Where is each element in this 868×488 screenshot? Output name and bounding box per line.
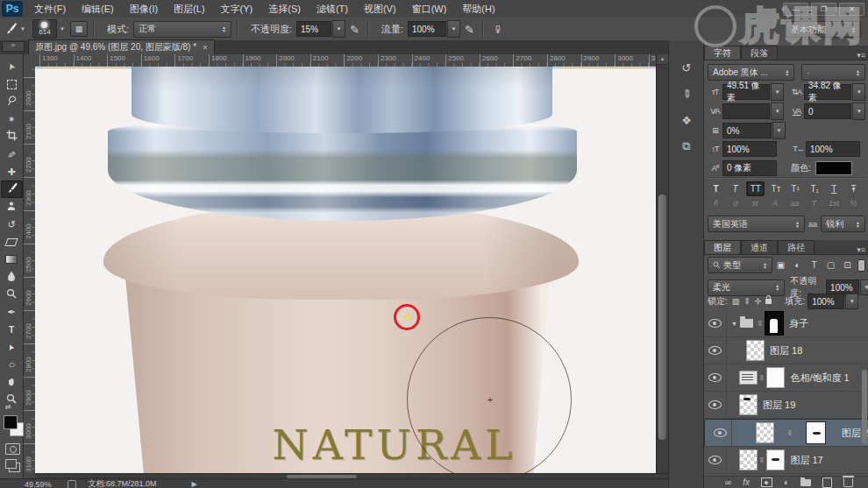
tool-move[interactable]: ➤ — [1, 58, 23, 75]
status-flyout-icon[interactable]: ▶ — [192, 480, 197, 488]
tool-dodge[interactable] — [1, 286, 23, 303]
visibility-toggle[interactable] — [709, 420, 732, 446]
tool-type[interactable]: T — [1, 321, 23, 338]
small-caps-button[interactable]: Tᴛ — [767, 182, 784, 195]
clone-source-panel-icon[interactable]: ⧉ — [676, 137, 697, 156]
panel-menu-icon[interactable]: ▾≡ — [857, 51, 865, 60]
ligatures-button[interactable]: fi — [708, 199, 724, 208]
zoom-level[interactable]: 49.59% — [25, 480, 52, 488]
layers-panel-menu-icon[interactable]: ▾≡ — [857, 245, 865, 254]
layer-thumbnail[interactable] — [739, 394, 758, 415]
lock-paint-icon[interactable]: ✎ — [742, 296, 752, 307]
brush-panel-icon[interactable]: ✎ — [676, 84, 697, 103]
pressure-size-icon[interactable]: ✑ — [491, 25, 504, 34]
ordinals-button[interactable]: 1st — [826, 199, 843, 208]
brush-preset-caret[interactable]: ▼ — [60, 26, 65, 32]
contextual-alternates-button[interactable]: σ — [727, 199, 743, 208]
layer-name[interactable]: 身子 — [789, 317, 808, 330]
visibility-toggle[interactable] — [704, 337, 727, 364]
tab-layers[interactable]: 图层 — [704, 240, 741, 254]
titling-alternates-button[interactable]: T — [806, 199, 822, 208]
tool-blur[interactable] — [1, 268, 23, 286]
blend-mode-select[interactable]: 正常▲▼ — [133, 21, 231, 38]
menu-select[interactable]: 选择(S) — [260, 0, 309, 18]
visibility-toggle[interactable] — [704, 447, 727, 473]
strikethrough-button[interactable]: Ŧ — [845, 182, 862, 195]
font-family-select[interactable]: Adobe 黑体 ...▲▼ — [708, 64, 794, 81]
layer-row[interactable]: ∞ 图层 17 — [704, 447, 868, 474]
swash-button[interactable]: A — [766, 199, 783, 208]
history-panel-icon[interactable]: ↺ — [676, 58, 697, 77]
lock-all-icon[interactable] — [765, 299, 772, 304]
filter-type-icon[interactable]: T — [806, 259, 822, 271]
screen-mode-icon[interactable] — [5, 459, 17, 469]
menu-edit[interactable]: 编辑(E) — [74, 0, 122, 18]
all-caps-button[interactable]: TT — [746, 181, 765, 196]
delete-layer-icon[interactable] — [843, 478, 853, 487]
close-button[interactable]: ✕ — [839, 3, 864, 16]
filter-shape-icon[interactable]: ▢ — [822, 259, 839, 271]
tool-gradient[interactable] — [1, 251, 23, 268]
layer-name[interactable]: 色相/饱和度 1 — [790, 371, 849, 385]
tool-magic-wand[interactable]: ✶ — [1, 110, 23, 128]
layer-style-icon[interactable]: fx — [743, 478, 750, 487]
menu-filter[interactable]: 滤镜(T) — [309, 0, 356, 18]
add-mask-icon[interactable] — [761, 477, 772, 487]
tracking-value[interactable]: 0 — [804, 103, 851, 119]
layers-scrollbar-thumb[interactable] — [862, 370, 867, 444]
tool-zoom[interactable] — [1, 391, 23, 408]
collapse-tools-icon[interactable]: » — [2, 41, 25, 52]
menu-window[interactable]: 窗口(W) — [404, 0, 455, 18]
tool-ellipse[interactable]: ○ — [1, 356, 23, 373]
leading-caret[interactable]: ▼ — [852, 83, 865, 101]
visibility-toggle[interactable] — [704, 392, 727, 418]
faux-italic-button[interactable]: T — [727, 182, 743, 195]
subscript-button[interactable]: T₁ — [807, 182, 823, 195]
link-layers-icon[interactable]: ∞ — [725, 478, 731, 487]
fractions-button[interactable]: ½ — [845, 199, 862, 208]
flow-value[interactable]: 100% — [408, 21, 446, 37]
tool-clone-stamp[interactable] — [1, 198, 23, 216]
underline-button[interactable]: T — [826, 182, 843, 195]
stylistic-alternates-button[interactable]: aa — [786, 199, 803, 208]
layer-row-selected[interactable]: ∞ 图层 20 — [704, 419, 868, 447]
new-group-icon[interactable] — [800, 479, 811, 486]
fill-value[interactable]: 100% — [808, 294, 844, 309]
menu-image[interactable]: 图像(I) — [122, 0, 166, 18]
layer-mask-thumbnail[interactable] — [766, 367, 785, 388]
layer-thumbnail[interactable] — [739, 449, 758, 470]
fill-caret[interactable]: ▼ — [845, 294, 858, 309]
tab-close-icon[interactable]: × — [203, 43, 208, 53]
tool-path-selection[interactable]: ➤ — [1, 338, 23, 356]
opacity-caret[interactable]: ▼ — [332, 20, 345, 38]
filter-adjustment-icon[interactable]: ◐ — [789, 259, 806, 271]
maximize-button[interactable]: ❐ — [811, 3, 836, 16]
tab-channels[interactable]: 通道 — [741, 240, 778, 254]
adjustment-icon[interactable] — [739, 371, 758, 385]
menu-type[interactable]: 文字(Y) — [213, 0, 261, 18]
canvas[interactable]: NATURAL ✦ + — [35, 67, 656, 473]
scroll-up-icon[interactable]: ▲ — [657, 54, 668, 65]
kerning-caret[interactable]: ▼ — [771, 103, 784, 120]
brush-presets-panel-icon[interactable]: ❖ — [676, 110, 697, 130]
layer-name[interactable]: 图层 17 — [790, 454, 822, 467]
language-select[interactable]: 美国英语▲▼ — [708, 216, 805, 232]
layer-mask-thumbnail[interactable] — [766, 449, 785, 470]
vertical-scale-value[interactable]: 100% — [722, 141, 777, 157]
layer-name[interactable]: 图层 19 — [763, 399, 795, 412]
discretionary-ligatures-button[interactable]: st — [747, 199, 764, 208]
lock-transparent-icon[interactable]: ▨ — [732, 297, 740, 306]
layer-row[interactable]: ∞ 色相/饱和度 1 — [704, 364, 868, 392]
swap-colors-icon[interactable]: ⇄ — [5, 403, 11, 411]
minimize-button[interactable]: — — [783, 3, 808, 16]
new-layer-icon[interactable] — [822, 477, 832, 488]
pressure-opacity-icon[interactable]: ✐ — [347, 25, 360, 34]
tool-preset-caret[interactable]: ▼ — [20, 26, 25, 32]
antialias-select[interactable]: 锐利▲▼ — [821, 216, 865, 232]
font-size-value[interactable]: 49.51 像素 — [722, 84, 770, 100]
tool-lasso[interactable] — [1, 93, 23, 110]
tool-pen[interactable]: ✒ — [1, 303, 23, 321]
toggle-brush-panel-icon[interactable]: ▦ — [70, 21, 88, 37]
font-size-caret[interactable]: ▼ — [771, 83, 784, 101]
group-expand-icon[interactable]: ▼ — [731, 321, 737, 327]
